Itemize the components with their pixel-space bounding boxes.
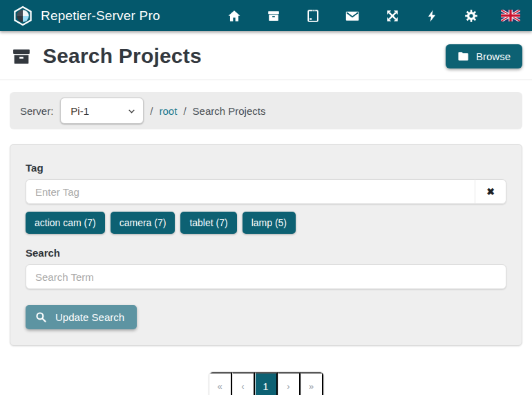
search-input[interactable] — [26, 264, 506, 289]
pagination-first-button[interactable]: « — [209, 372, 232, 395]
pagination-wrap: « ‹ 1 › » — [0, 371, 532, 395]
browse-label: Browse — [476, 50, 511, 62]
search-label: Search — [26, 247, 506, 259]
search-icon — [35, 311, 48, 324]
language-flag-icon[interactable] — [500, 6, 521, 26]
brand-title: Repetier-Server Pro — [41, 8, 160, 24]
tag-input-group: ✖ — [26, 179, 506, 204]
pagination-last-button[interactable]: » — [301, 372, 323, 395]
folder-icon — [457, 51, 469, 62]
brand[interactable]: Repetier-Server Pro — [12, 6, 160, 26]
pagination-next-button[interactable]: › — [278, 372, 301, 395]
tag-input[interactable] — [26, 179, 475, 204]
server-select-value: Pi-1 — [70, 105, 89, 117]
browse-button[interactable]: Browse — [446, 44, 522, 68]
tag-button-action-cam[interactable]: action cam (7) — [26, 212, 105, 234]
tag-label: Tag — [26, 162, 506, 174]
projects-title-icon — [10, 46, 33, 67]
page-header: Search Projects Browse — [0, 40, 532, 72]
pagination-prev-button[interactable]: ‹ — [232, 372, 255, 395]
clear-tag-button[interactable]: ✖ — [475, 179, 506, 204]
fullscreen-icon[interactable] — [382, 6, 403, 26]
pagination-page-1-button[interactable]: 1 — [255, 372, 278, 395]
repetier-logo-icon — [12, 6, 33, 26]
page-title: Search Projects — [43, 44, 202, 68]
home-icon[interactable] — [224, 6, 245, 26]
navbar: Repetier-Server Pro — [0, 0, 532, 31]
pagination: « ‹ 1 › » — [209, 371, 324, 395]
header-divider — [0, 80, 532, 80]
tag-button-tablet[interactable]: tablet (7) — [180, 212, 236, 234]
tag-button-lamp[interactable]: lamp (5) — [243, 212, 296, 234]
search-card: Tag ✖ action cam (7) camera (7) tablet (… — [10, 144, 522, 346]
close-icon: ✖ — [486, 186, 495, 197]
quick-commands-icon[interactable] — [421, 6, 442, 26]
breadcrumb: Server: Pi-1 / root / Search Projects — [10, 92, 522, 129]
breadcrumb-separator: / — [150, 105, 153, 117]
projects-icon[interactable] — [263, 6, 284, 26]
breadcrumb-current: Search Projects — [193, 105, 266, 117]
breadcrumb-separator: / — [183, 105, 186, 117]
manual-icon[interactable] — [303, 6, 323, 26]
breadcrumb-root-link[interactable]: root — [160, 105, 178, 117]
chevron-down-icon — [127, 107, 136, 116]
settings-icon[interactable] — [461, 6, 482, 26]
server-select[interactable]: Pi-1 — [60, 98, 144, 124]
messages-icon[interactable] — [342, 6, 363, 26]
update-search-label: Update Search — [55, 311, 124, 323]
update-search-button[interactable]: Update Search — [26, 305, 137, 329]
tag-button-camera[interactable]: camera (7) — [111, 212, 175, 234]
tag-suggestions: action cam (7) camera (7) tablet (7) lam… — [26, 212, 506, 234]
nav-icons — [224, 6, 521, 26]
server-label: Server: — [20, 105, 53, 117]
